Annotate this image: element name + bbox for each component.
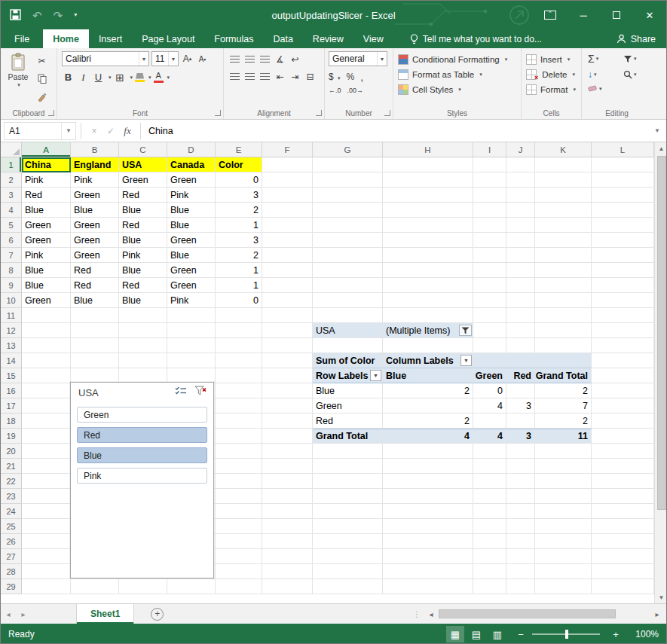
cell-G17[interactable]: Green: [313, 398, 383, 414]
row-header-20[interactable]: 20: [1, 444, 22, 459]
cell-I3[interactable]: [473, 188, 506, 203]
wrap-text-icon[interactable]: ↩: [289, 53, 301, 66]
cell-E20[interactable]: [216, 444, 262, 459]
cell-K11[interactable]: [535, 308, 592, 323]
cell-L26[interactable]: [592, 534, 654, 549]
cell-J24[interactable]: [506, 504, 535, 519]
chevron-down-icon[interactable]: ▾: [148, 75, 151, 81]
insert-function-icon[interactable]: fx: [119, 125, 136, 137]
cell-K21[interactable]: [535, 459, 592, 474]
cell-K25[interactable]: [535, 519, 592, 534]
cell-H2[interactable]: [383, 172, 473, 188]
cell-I24[interactable]: [473, 504, 506, 519]
cell-L19[interactable]: [592, 429, 654, 444]
horizontal-scroll-thumb[interactable]: [439, 609, 616, 618]
cell-D5[interactable]: Blue: [167, 218, 216, 233]
cell-G1[interactable]: [313, 157, 383, 172]
cell-E2[interactable]: 0: [216, 172, 262, 188]
cell-G14[interactable]: Sum of Color: [313, 353, 383, 368]
cell-K5[interactable]: [535, 218, 592, 233]
cell-G26[interactable]: [313, 534, 383, 549]
cell-D8[interactable]: Green: [167, 263, 216, 278]
sort-filter-button[interactable]: ▾: [623, 53, 649, 65]
number-format-combo[interactable]: General ▼: [329, 51, 387, 66]
increase-indent-icon[interactable]: ⇥: [289, 70, 301, 83]
cell-H10[interactable]: [383, 293, 473, 308]
cell-F14[interactable]: [262, 353, 313, 368]
cell-D1[interactable]: Canada: [167, 157, 216, 172]
cell-J11[interactable]: [506, 308, 535, 323]
scroll-up-icon[interactable]: ▲: [655, 142, 667, 154]
cell-E12[interactable]: [216, 323, 262, 338]
cell-I14[interactable]: [473, 353, 506, 368]
cell-C3[interactable]: Red: [119, 188, 167, 203]
cell-E7[interactable]: 2: [216, 248, 262, 263]
cell-G2[interactable]: [313, 172, 383, 188]
row-header-28[interactable]: 28: [1, 564, 22, 579]
cell-J18[interactable]: [506, 414, 535, 429]
cell-F17[interactable]: [262, 398, 313, 414]
cell-I11[interactable]: [473, 308, 506, 323]
cell-A16[interactable]: [22, 383, 71, 398]
column-header-D[interactable]: D: [167, 142, 216, 157]
align-top-icon[interactable]: [228, 53, 241, 66]
cell-D15[interactable]: [167, 368, 216, 383]
cell-G8[interactable]: [313, 263, 383, 278]
cell-K10[interactable]: [535, 293, 592, 308]
cell-I22[interactable]: [473, 474, 506, 489]
cell-J3[interactable]: [506, 188, 535, 203]
cell-G23[interactable]: [313, 489, 383, 504]
cell-F21[interactable]: [262, 459, 313, 474]
row-header-18[interactable]: 18: [1, 414, 22, 429]
column-header-A[interactable]: A: [22, 142, 71, 157]
cell-H18[interactable]: 2: [383, 414, 473, 429]
cell-G6[interactable]: [313, 233, 383, 248]
cell-B3[interactable]: Green: [71, 188, 119, 203]
cell-J16[interactable]: [506, 383, 535, 398]
cell-K22[interactable]: [535, 474, 592, 489]
cell-B29[interactable]: [71, 579, 119, 594]
cell-I21[interactable]: [473, 459, 506, 474]
cell-I12[interactable]: [473, 323, 506, 338]
cell-E11[interactable]: [216, 308, 262, 323]
cut-icon[interactable]: ✂: [35, 54, 48, 67]
slicer-multiselect-icon[interactable]: [172, 384, 190, 401]
dialog-launcher-icon[interactable]: [316, 110, 322, 116]
cell-I28[interactable]: [473, 564, 506, 579]
cell-A2[interactable]: Pink: [22, 172, 71, 188]
cell-A15[interactable]: [22, 368, 71, 383]
tab-data[interactable]: Data: [263, 29, 302, 48]
cell-H7[interactable]: [383, 248, 473, 263]
cell-F7[interactable]: [262, 248, 313, 263]
cell-I4[interactable]: [473, 203, 506, 218]
format-as-table-button[interactable]: Format as Table ▾: [398, 67, 518, 82]
cell-L4[interactable]: [592, 203, 654, 218]
formula-input[interactable]: China: [145, 126, 648, 136]
row-header-22[interactable]: 22: [1, 474, 22, 489]
cell-I27[interactable]: [473, 549, 506, 564]
cell-L24[interactable]: [592, 504, 654, 519]
cell-H9[interactable]: [383, 278, 473, 293]
dialog-launcher-icon[interactable]: [215, 110, 221, 116]
cell-H19[interactable]: 4: [383, 429, 473, 444]
cell-F23[interactable]: [262, 489, 313, 504]
cell-J27[interactable]: [506, 549, 535, 564]
column-header-I[interactable]: I: [473, 142, 506, 157]
cell-J20[interactable]: [506, 444, 535, 459]
cell-K2[interactable]: [535, 172, 592, 188]
currency-icon[interactable]: $ ▾: [329, 72, 341, 82]
cell-E16[interactable]: [216, 383, 262, 398]
cell-C9[interactable]: Red: [119, 278, 167, 293]
cell-J1[interactable]: [506, 157, 535, 172]
zoom-slider-thumb[interactable]: [565, 630, 568, 639]
row-header-7[interactable]: 7: [1, 248, 22, 263]
cell-J22[interactable]: [506, 474, 535, 489]
cell-I17[interactable]: 4: [473, 398, 506, 414]
cell-C14[interactable]: [119, 353, 167, 368]
cell-A25[interactable]: [22, 519, 71, 534]
cell-E14[interactable]: [216, 353, 262, 368]
cell-L8[interactable]: [592, 263, 654, 278]
cell-J7[interactable]: [506, 248, 535, 263]
cell-G29[interactable]: [313, 579, 383, 594]
cell-I25[interactable]: [473, 519, 506, 534]
